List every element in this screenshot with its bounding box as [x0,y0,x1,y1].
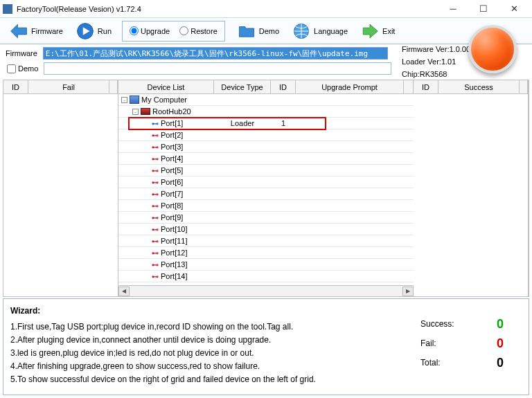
fail-value: 0 [490,334,511,353]
tree-row[interactable]: ⊷Port[2] [118,129,414,141]
demo-path-input[interactable] [44,62,391,75]
usb-icon: ⊷ [152,284,159,286]
usb-icon: ⊷ [152,155,159,163]
success-value: 0 [490,314,511,334]
computer-icon [130,96,139,104]
collapse-icon[interactable]: - [132,109,139,115]
run-label: Run [98,27,112,35]
app-icon [3,4,12,14]
language-label: Language [314,27,348,35]
success-extra-header[interactable] [520,80,528,94]
demo-label: Demo [259,27,279,35]
usb-icon: ⊷ [152,143,159,151]
scroll-left-icon[interactable]: ◀ [118,287,130,296]
folder-icon [237,21,256,41]
devprompt-header[interactable]: Upgrade Prompt [296,80,404,94]
usb-icon: ⊷ [152,249,159,257]
mode-group: Upgrade Restore [122,21,225,42]
wizard-panel: Wizard: 1.First use,Tag USB port:plug de… [3,298,529,395]
device-panel: Device List Device Type ID Upgrade Promp… [118,80,414,296]
devid-header[interactable]: ID [271,80,296,94]
firmware-icon [9,21,28,41]
collapse-icon[interactable]: - [121,97,127,103]
globe-icon [292,21,311,41]
restore-radio[interactable]: Restore [179,26,218,35]
mid-panel: ID Fail Device List Device Type ID Upgra… [3,80,529,297]
dev-extra-header[interactable] [404,80,414,94]
maximize-button[interactable]: ☐ [468,0,499,18]
exit-label: Exit [382,27,395,35]
tree-row[interactable]: ⊷Port[15] [118,282,414,285]
firmware-label: Firmware [31,27,63,35]
tree-row[interactable]: ⊷Port[11] [118,235,414,247]
fail-grid: ID Fail [3,80,118,296]
tree-row[interactable]: ⊷Port[13] [118,259,414,271]
window-title: FactoryTool(Release Vesion) v1.72.4 [17,5,438,13]
tree-row[interactable]: ⊷Port[9] [118,212,414,224]
usb-icon: ⊷ [152,120,159,127]
tree-row[interactable]: ⊷Port[12] [118,247,414,259]
wizard-stats: Success:0 Fail:0 Total:0 [420,314,511,372]
exit-icon [360,21,380,41]
play-icon [76,21,95,41]
firmware-path-input[interactable] [43,47,388,60]
tree-row[interactable]: ⊷Port[4] [118,153,414,165]
usb-icon: ⊷ [152,214,159,221]
demo-button[interactable]: Demo [232,19,284,43]
firmware-path-label: Firmware [6,49,39,57]
language-button[interactable]: Language [287,19,353,43]
success-grid-body[interactable] [414,94,528,296]
usb-icon: ⊷ [152,202,159,210]
titlebar: FactoryTool(Release Vesion) v1.72.4 ─ ☐ … [0,0,532,18]
usb-icon: ⊷ [152,132,159,139]
success-label: Success: [420,314,454,334]
tree-row[interactable]: ⊷Port[3] [118,141,414,153]
usb-icon: ⊷ [152,226,159,233]
tree-row[interactable]: ⊷Port[1]Loader1 [118,118,414,129]
close-button[interactable]: ✕ [499,0,529,18]
tree-row[interactable]: ⊷Port[6] [118,177,414,188]
fail-id-header[interactable]: ID [3,80,28,94]
hub-icon [141,108,150,115]
fail-extra-header[interactable] [109,80,118,94]
firmware-button[interactable]: Firmware [4,19,68,43]
usb-icon: ⊷ [152,273,159,280]
tree-row[interactable]: -RootHub20 [118,106,414,118]
device-tree[interactable]: -My Computer-RootHub20⊷Port[1]Loader1⊷Po… [118,94,414,285]
fail-grid-body[interactable] [3,94,118,296]
success-grid: ID Success [414,80,529,296]
fail-label: Fail: [420,334,436,353]
scroll-right-icon[interactable]: ▶ [402,287,414,296]
demo-checkbox[interactable]: Demo [7,64,38,73]
tree-row[interactable]: ⊷Port[7] [118,188,414,200]
start-big-button[interactable] [468,25,524,73]
fail-col-header[interactable]: Fail [28,80,109,94]
success-col-header[interactable]: Success [438,80,520,94]
usb-icon: ⊷ [152,190,159,198]
tree-row[interactable]: ⊷Port[14] [118,271,414,282]
tree-row[interactable]: ⊷Port[10] [118,224,414,235]
usb-icon: ⊷ [152,237,159,245]
tree-row[interactable]: ⊷Port[8] [118,200,414,212]
devtype-header[interactable]: Device Type [214,80,271,94]
h-scrollbar[interactable]: ◀ ▶ [118,285,414,296]
usb-icon: ⊷ [152,167,159,174]
minimize-button[interactable]: ─ [438,0,468,18]
scroll-track[interactable] [130,287,402,296]
wizard-line: 5.To show successful device on the right… [10,373,522,386]
tree-row[interactable]: -My Computer [118,94,414,106]
total-value: 0 [490,353,511,372]
usb-icon: ⊷ [152,261,159,269]
total-label: Total: [420,353,441,372]
devlist-header[interactable]: Device List [118,80,214,94]
toolbar: Firmware Run Upgrade Restore Demo Langua… [0,18,532,44]
success-id-header[interactable]: ID [414,80,438,94]
run-button[interactable]: Run [71,19,116,43]
info-block: Firmware Ver:1.0.00 Loader Ver:1.01 Chip… [402,43,470,80]
usb-icon: ⊷ [152,179,159,186]
tree-row[interactable]: ⊷Port[5] [118,165,414,177]
exit-button[interactable]: Exit [355,19,400,43]
upgrade-radio[interactable]: Upgrade [130,26,170,35]
